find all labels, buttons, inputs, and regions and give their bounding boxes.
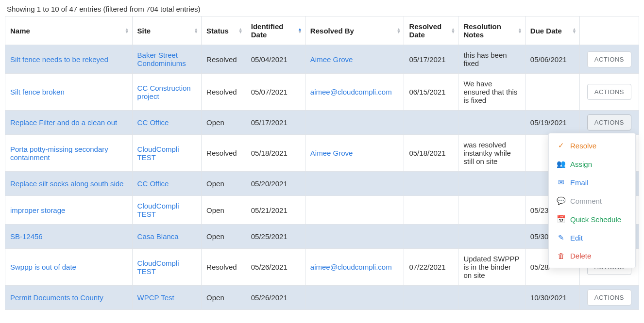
col-header-resolved-by[interactable]: Resolved By ▲▼	[305, 16, 404, 45]
resolved-by-link[interactable]: Aimee Grove	[310, 55, 353, 64]
notes-cell	[458, 196, 525, 225]
site-link[interactable]: CloudCompli TEST	[137, 259, 179, 275]
col-header-status[interactable]: Status ▲▼	[202, 16, 246, 45]
status-cell: Open	[202, 111, 246, 135]
site-cell: CC Construction project	[132, 74, 202, 111]
name-cell: Replace Filter and do a clean out	[5, 111, 133, 135]
resolved-by-cell: aimee@cloudcompli.com	[305, 74, 404, 111]
resolved-by-cell	[305, 196, 404, 225]
col-header-name[interactable]: Name ▲▼	[5, 16, 133, 45]
status-cell: Open	[202, 225, 246, 249]
dropdown-item-resolve[interactable]: ✓Resolve	[549, 136, 635, 155]
dropdown-item-quick-schedule[interactable]: 📅Quick Schedule	[549, 210, 635, 228]
sort-icon: ▲▼	[518, 28, 522, 33]
identified-date-cell: 05/20/2021	[246, 172, 305, 196]
notes-cell: was resolved instantky while still on si…	[458, 135, 525, 172]
table-row: Silt fence brokenCC Construction project…	[5, 74, 639, 111]
check-icon: ✓	[557, 141, 565, 150]
table-info-text: Showing 1 to 10 of 47 entries (filtered …	[7, 5, 639, 13]
edit-icon: ✎	[557, 233, 565, 242]
resolved-date-cell	[404, 225, 458, 249]
status-cell: Open	[202, 172, 246, 196]
name-link[interactable]: Replace Filter and do a clean out	[10, 118, 117, 127]
notes-cell	[458, 172, 525, 196]
name-cell: Silt fence needs to be rekeyed	[5, 45, 133, 74]
actions-button[interactable]: ACTIONS	[587, 51, 631, 67]
status-cell: Open	[202, 286, 246, 310]
identified-date-cell: 05/07/2021	[246, 74, 305, 111]
site-cell: CC Office	[132, 111, 202, 135]
resolved-by-link[interactable]: Aimee Grove	[310, 149, 353, 157]
col-header-resolution-notes[interactable]: Resolution Notes ▲▼	[458, 16, 525, 45]
table-row: Replace Filter and do a clean outCC Offi…	[5, 111, 639, 135]
col-header-due-date[interactable]: Due Date ▲▼	[525, 16, 579, 45]
resolved-date-cell: 07/22/2021	[404, 249, 458, 286]
dropdown-item-delete[interactable]: 🗑Delete	[549, 247, 635, 265]
site-link[interactable]: CC Construction project	[137, 84, 191, 100]
due-date-cell: 05/06/2021	[525, 45, 579, 74]
name-link[interactable]: SB-12456	[10, 232, 43, 241]
due-date-cell	[525, 74, 579, 111]
sort-icon: ▲▼	[572, 28, 576, 33]
resolved-by-cell: aimee@cloudcompli.com	[305, 249, 404, 286]
name-cell: Silt fence broken	[5, 74, 133, 111]
name-link[interactable]: Silt fence needs to be rekeyed	[10, 55, 108, 64]
table-row: SB-12456Casa BlancaOpen05/25/202105/30/A…	[5, 225, 639, 249]
status-cell: Resolved	[202, 249, 246, 286]
site-cell: CloudCompli TEST	[132, 135, 202, 172]
site-link[interactable]: Casa Blanca	[137, 232, 179, 241]
col-header-identified-date[interactable]: Identified Date ▲▼	[246, 16, 305, 45]
dropdown-item-label: Edit	[570, 234, 583, 242]
actions-button[interactable]: ACTIONS	[587, 290, 631, 306]
status-cell: Resolved	[202, 135, 246, 172]
table-row: Swppp is out of dateCloudCompli TESTReso…	[5, 249, 639, 286]
site-link[interactable]: CC Office	[137, 118, 169, 127]
name-cell: Porta potty-missing secondary containmen…	[5, 135, 133, 172]
site-link[interactable]: Baker Street Condominiums	[137, 51, 186, 67]
col-header-label: Status	[206, 27, 229, 35]
site-link[interactable]: WPCP Test	[137, 293, 174, 302]
resolved-date-cell	[404, 172, 458, 196]
status-cell: Resolved	[202, 74, 246, 111]
resolved-by-link[interactable]: aimee@cloudcompli.com	[310, 263, 392, 271]
dropdown-item-email[interactable]: ✉Email	[549, 173, 635, 192]
identified-date-cell: 05/04/2021	[246, 45, 305, 74]
resolved-by-cell	[305, 286, 404, 310]
dropdown-item-label: Quick Schedule	[570, 215, 621, 224]
col-header-label: Identified Date	[251, 22, 284, 39]
name-link[interactable]: Permit Documents to County	[10, 293, 103, 302]
col-header-site[interactable]: Site ▲▼	[132, 16, 202, 45]
dropdown-item-assign[interactable]: 👥Assign	[549, 155, 635, 173]
calendar-icon: 📅	[557, 215, 565, 224]
notes-cell	[458, 111, 525, 135]
identified-date-cell: 05/25/2021	[246, 225, 305, 249]
name-link[interactable]: Porta potty-missing secondary containmen…	[10, 145, 108, 162]
name-cell: Permit Documents to County	[5, 286, 133, 310]
name-cell: Swppp is out of date	[5, 249, 133, 286]
sort-icon: ▲▼	[125, 28, 129, 33]
col-header-label: Name	[10, 27, 30, 35]
dropdown-item-label: Resolve	[570, 142, 596, 150]
status-cell: Open	[202, 196, 246, 225]
resolved-date-cell	[404, 286, 458, 310]
site-link[interactable]: CC Office	[137, 179, 169, 188]
dropdown-item-comment[interactable]: 💬Comment	[549, 192, 635, 210]
resolved-by-link[interactable]: aimee@cloudcompli.com	[310, 88, 392, 96]
name-cell: improper storage	[5, 196, 133, 225]
site-link[interactable]: CloudCompli TEST	[137, 202, 179, 218]
name-link[interactable]: Silt fence broken	[10, 88, 65, 96]
actions-button[interactable]: ACTIONS	[587, 84, 631, 100]
name-link[interactable]: improper storage	[10, 206, 65, 214]
actions-cell: ACTIONS✓Resolve👥Assign✉Email💬Comment📅Qui…	[579, 111, 639, 135]
notes-cell: We have ensured that this is fixed	[458, 74, 525, 111]
col-header-label: Due Date	[530, 27, 562, 35]
dropdown-item-edit[interactable]: ✎Edit	[549, 228, 635, 247]
col-header-resolved-date[interactable]: Resolved Date ▲▼	[404, 16, 458, 45]
table-row: Permit Documents to CountyWPCP TestOpen0…	[5, 286, 639, 310]
actions-dropdown: ✓Resolve👥Assign✉Email💬Comment📅Quick Sche…	[548, 133, 636, 268]
name-link[interactable]: Swppp is out of date	[10, 263, 76, 271]
site-link[interactable]: CloudCompli TEST	[137, 145, 179, 162]
actions-button[interactable]: ACTIONS	[587, 114, 631, 130]
name-link[interactable]: Replace silt socks along south side	[10, 179, 123, 188]
name-cell: SB-12456	[5, 225, 133, 249]
